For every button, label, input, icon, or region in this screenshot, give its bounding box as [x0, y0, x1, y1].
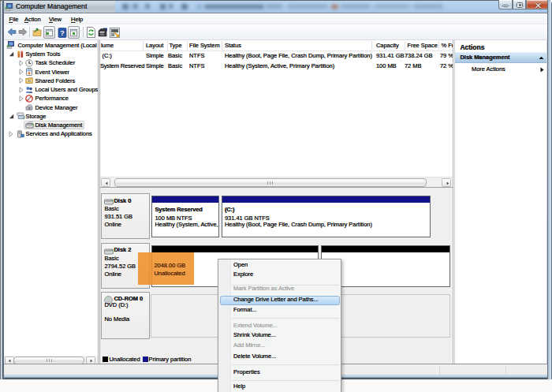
svg-text:21: 21 — [28, 80, 31, 83]
svg-text:?: ? — [60, 28, 65, 36]
